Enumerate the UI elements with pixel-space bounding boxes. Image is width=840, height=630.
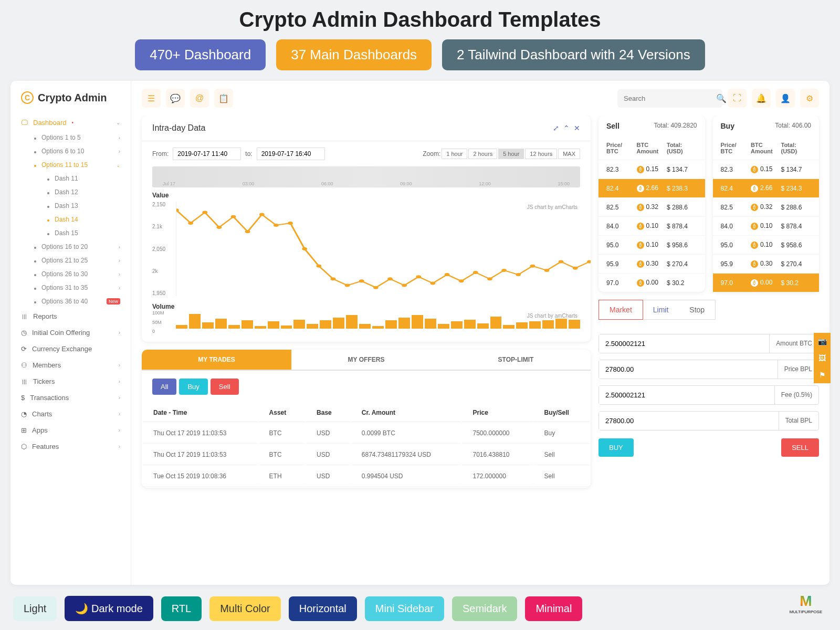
zoom-2h[interactable]: 2 hours	[468, 149, 497, 159]
order-row[interactable]: 82.4₿2.66$ 234.3	[713, 178, 820, 197]
total-input[interactable]	[599, 412, 779, 430]
order-row[interactable]: 82.3₿0.15$ 134.7	[713, 160, 820, 178]
logo[interactable]: C Crypto Admin	[10, 91, 131, 114]
sub-options-26-30[interactable]: Options 26 to 30›	[10, 267, 131, 281]
svg-point-16	[402, 284, 407, 287]
zoom-max[interactable]: MAX	[558, 149, 580, 159]
search-input[interactable]	[624, 94, 712, 102]
nav-transactions[interactable]: $Transactions›	[10, 390, 131, 406]
user-button[interactable]: 👤	[776, 89, 795, 108]
dash-11[interactable]: Dash 11	[10, 172, 131, 185]
order-row[interactable]: 95.0₿0.10$ 958.6	[598, 235, 705, 254]
logo-text: Crypto Admin	[38, 92, 107, 104]
fab-flag[interactable]: ⚑	[814, 366, 831, 383]
nav-dashboard[interactable]: 🖵Dashboard• ⌄	[10, 114, 131, 131]
tab-limit-order[interactable]: Limit	[643, 300, 679, 319]
theme-multi[interactable]: Multi Color	[209, 596, 281, 621]
svg-point-10	[316, 265, 321, 268]
order-row[interactable]: 97.0₿0.00$ 30.2	[598, 273, 705, 292]
dash-14[interactable]: Dash 14	[10, 213, 131, 226]
volume-chart: JS chart by amCharts 100M 50M 0	[152, 310, 580, 334]
zoom-12h[interactable]: 12 hours	[525, 149, 557, 159]
nav-reports[interactable]: ⫼Reports	[10, 308, 131, 324]
settings-button[interactable]: ⚙	[800, 89, 819, 108]
mention-button[interactable]: @	[190, 89, 209, 108]
from-input[interactable]	[173, 148, 241, 160]
to-input[interactable]	[257, 148, 325, 160]
fab-image[interactable]: 🖼	[814, 350, 831, 366]
order-row[interactable]: 84.0₿0.10$ 878.4	[713, 216, 820, 235]
chat-icon: 💬	[170, 93, 181, 103]
nav-apps[interactable]: ⊞Apps›	[10, 422, 131, 438]
sub-options-1-5[interactable]: Options 1 to 5›	[10, 131, 131, 144]
order-row[interactable]: 82.3₿0.15$ 134.7	[598, 160, 705, 178]
sub-options-31-35[interactable]: Options 31 to 35›	[10, 281, 131, 295]
sell-button[interactable]: SELL	[781, 438, 819, 457]
table-row[interactable]: Thu Oct 17 2019 11:03:53BTCUSD6874.73481…	[143, 445, 590, 465]
order-row[interactable]: 95.0₿0.10$ 958.6	[713, 235, 820, 254]
order-row[interactable]: 95.9₿0.30$ 270.4	[713, 254, 820, 273]
order-row[interactable]: 82.4₿2.66$ 238.3	[598, 178, 705, 197]
order-row[interactable]: 97.0₿0.00$ 30.2	[713, 273, 820, 292]
filter-buy[interactable]: Buy	[179, 379, 207, 395]
theme-minimal[interactable]: Minimal	[525, 596, 582, 621]
zoom-1h[interactable]: 1 hour	[442, 149, 467, 159]
fullscreen-button[interactable]: ⛶	[728, 89, 747, 108]
search-box[interactable]: 🔍	[617, 89, 722, 108]
nav-features[interactable]: ⬡Features›	[10, 438, 131, 455]
menu-button[interactable]: ☰	[142, 89, 161, 108]
volume-label: Volume	[142, 299, 591, 310]
sub-options-11-15[interactable]: Options 11 to 15⌄	[10, 158, 131, 172]
order-row[interactable]: 95.9₿0.30$ 270.4	[598, 254, 705, 273]
close-icon[interactable]: ✕	[574, 124, 580, 132]
table-row[interactable]: Thu Oct 17 2019 11:03:53BTCUSD0.0099 BTC…	[143, 423, 590, 444]
nav-tickers[interactable]: ⫼Tickers›	[10, 373, 131, 390]
order-row[interactable]: 82.5₿0.32$ 288.6	[713, 197, 820, 216]
nav-exchange[interactable]: ⟳Currency Exchange	[10, 341, 131, 357]
overview-chart[interactable]: Jul 17 03:00 06:00 09:00 12:00 15:00	[152, 166, 580, 187]
collapse-icon[interactable]: ⌃	[563, 124, 570, 132]
tab-market[interactable]: Market	[598, 300, 643, 320]
table-row[interactable]: Tue Oct 15 2019 10:08:36ETHUSD0.994504 U…	[143, 466, 590, 487]
expand-icon[interactable]: ⤢	[553, 124, 559, 132]
filter-all[interactable]: All	[152, 379, 176, 395]
order-row[interactable]: 84.0₿0.10$ 878.4	[598, 216, 705, 235]
theme-horizontal[interactable]: Horizontal	[289, 596, 357, 621]
dash-12[interactable]: Dash 12	[10, 185, 131, 199]
chat-button[interactable]: 💬	[166, 89, 185, 108]
svg-point-14	[373, 286, 379, 289]
sub-options-6-10[interactable]: Options 6 to 10›	[10, 144, 131, 158]
theme-semidark[interactable]: Semidark	[452, 596, 517, 621]
sub-options-16-20[interactable]: Options 16 to 20›	[10, 240, 131, 254]
buy-button[interactable]: BUY	[598, 438, 634, 457]
tab-stop-limit[interactable]: STOP-LIMIT	[441, 350, 591, 370]
nav-members[interactable]: ⚇Members›	[10, 357, 131, 373]
nav-charts[interactable]: ◔Charts›	[10, 406, 131, 422]
zoom-5h[interactable]: 5 hour	[498, 149, 524, 159]
notifications-button[interactable]: 🔔	[752, 89, 771, 108]
theme-mini-sidebar[interactable]: Mini Sidebar	[365, 596, 444, 621]
theme-light[interactable]: Light	[13, 596, 57, 621]
nav-ico[interactable]: ◷Initial Coin Offering›	[10, 324, 131, 341]
fee-input[interactable]	[599, 386, 774, 404]
trades-table: Date - Time Asset Base Cr. Amount Price …	[142, 403, 591, 488]
tab-my-trades[interactable]: MY TRADES	[142, 350, 291, 370]
value-chart: JS chart by amCharts 2,150 2.1k 2,050 2k…	[152, 202, 580, 296]
price-input[interactable]	[599, 360, 778, 379]
theme-rtl[interactable]: RTL	[161, 596, 202, 621]
tab-my-offers[interactable]: MY OFFERS	[291, 350, 441, 370]
order-row[interactable]: 82.5₿0.32$ 288.6	[598, 197, 705, 216]
sub-options-36-40[interactable]: Options 36 to 40New	[10, 295, 131, 308]
dash-15[interactable]: Dash 15	[10, 226, 131, 240]
filter-sell[interactable]: Sell	[211, 379, 239, 395]
sub-options-21-25[interactable]: Options 21 to 25›	[10, 254, 131, 267]
trade-form-card: Market Limit Stop Amount BTC Price BPL F…	[598, 300, 819, 457]
amount-input[interactable]	[599, 334, 769, 353]
svg-point-1	[188, 222, 193, 225]
fab-camera[interactable]: 📷	[814, 333, 831, 350]
theme-dark[interactable]: 🌙 Dark mode	[65, 596, 153, 621]
chevron-down-icon: ⌄	[116, 120, 120, 125]
dash-13[interactable]: Dash 13	[10, 199, 131, 213]
clipboard-button[interactable]: 📋	[214, 89, 233, 108]
tab-stop-order[interactable]: Stop	[679, 300, 715, 319]
